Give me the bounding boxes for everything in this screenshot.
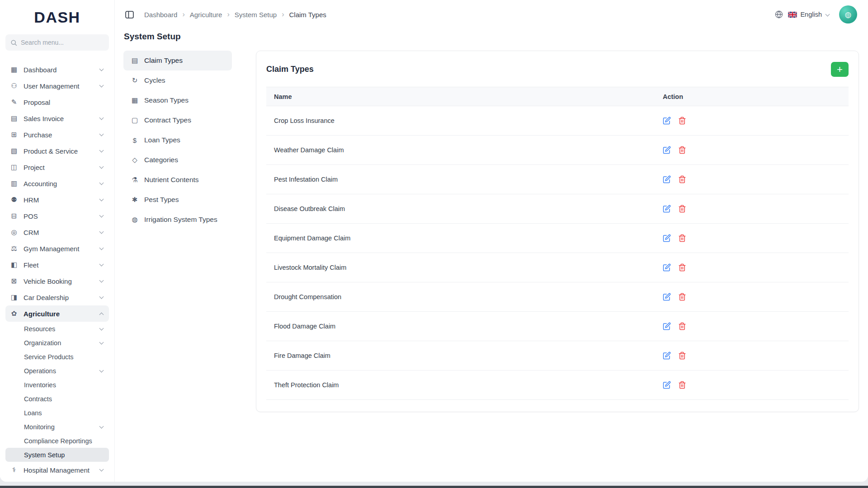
setup-nav-item[interactable]: ▢ Contract Types [123, 110, 232, 130]
edit-button[interactable] [663, 381, 671, 389]
topbar-right: English ◍ [774, 5, 857, 23]
search-input[interactable] [21, 39, 104, 46]
sidebar-subitem[interactable]: Contracts [5, 392, 109, 406]
edit-button[interactable] [663, 117, 671, 125]
setup-nav-item[interactable]: ✱ Pest Types [123, 190, 232, 210]
sidebar-subitem[interactable]: Compliance Reportings [5, 434, 109, 448]
edit-button[interactable] [663, 322, 671, 330]
sidebar-item[interactable]: ⚕ Hospital Management [5, 462, 109, 478]
delete-button[interactable] [678, 352, 686, 360]
edit-button[interactable] [663, 175, 671, 183]
sidebar-item-agriculture[interactable]: ✿ Agriculture [5, 305, 109, 322]
claim-name: Fire Damage Claim [266, 352, 656, 359]
row-actions [656, 146, 849, 154]
sidebar-item[interactable]: ◫ Project [5, 159, 109, 175]
breadcrumb-item[interactable]: Agriculture [190, 11, 222, 19]
claim-name: Weather Damage Claim [266, 146, 656, 154]
chevron-down-icon [99, 278, 104, 283]
language-selector[interactable]: English [788, 11, 829, 18]
setup-nav-item[interactable]: ⚗ Nutrient Contents [123, 170, 232, 190]
delete-button[interactable] [678, 234, 686, 242]
chevron-down-icon [99, 67, 104, 71]
sidebar-subitem[interactable]: Resources [5, 322, 109, 336]
setup-nav-item[interactable]: ◇ Categories [123, 150, 232, 170]
sidebar-item-label: Hospital Management [24, 466, 95, 474]
delete-button[interactable] [678, 175, 686, 183]
sidebar-subitem[interactable]: Operations [5, 364, 109, 378]
delete-button[interactable] [678, 381, 686, 389]
edit-button[interactable] [663, 263, 671, 272]
sidebar-subitem[interactable]: Service Products [5, 350, 109, 364]
breadcrumb-item[interactable]: Dashboard [144, 11, 177, 19]
edit-button[interactable] [663, 352, 671, 360]
setup-nav-item-label: Season Types [144, 96, 189, 104]
setup-nav-item[interactable]: ▦ Season Types [123, 90, 232, 110]
breadcrumb-separator: › [182, 10, 184, 19]
page-title: System Setup [115, 29, 868, 51]
delete-button[interactable] [678, 146, 686, 154]
sidebar-item-label: Accounting [24, 180, 95, 188]
panel-title: Claim Types [266, 65, 314, 74]
sidebar-item[interactable]: ⊞ Purchase [5, 127, 109, 143]
breadcrumb-item[interactable]: Claim Types [289, 11, 326, 19]
sidebar-item-label: Fleet [24, 261, 95, 269]
edit-button[interactable] [663, 205, 671, 213]
edit-button[interactable] [663, 146, 671, 154]
edit-button[interactable] [663, 293, 671, 301]
delete-button[interactable] [678, 117, 686, 125]
sidebar-subitem[interactable]: System Setup [5, 448, 109, 462]
delete-button[interactable] [678, 293, 686, 301]
sidebar-subitem[interactable]: Loans [5, 406, 109, 420]
sidebar-item[interactable]: ◧ Fleet [5, 257, 109, 273]
add-claim-type-button[interactable]: + [831, 62, 849, 77]
sidebar-subitem-label: Contracts [24, 395, 95, 403]
sidebar-item[interactable]: ⚖ Gym Management [5, 240, 109, 257]
claim-name: Livestock Mortality Claim [266, 264, 656, 271]
delete-button[interactable] [678, 205, 686, 213]
chevron-down-icon [99, 246, 104, 250]
row-actions [656, 205, 849, 213]
claim-name: Disease Outbreak Claim [266, 205, 656, 212]
chevron-down-icon [99, 467, 104, 472]
breadcrumb-item[interactable]: System Setup [235, 11, 277, 19]
delete-button[interactable] [678, 322, 686, 330]
setup-nav-item[interactable]: ↻ Cycles [123, 70, 232, 90]
sidebar-item-label: Vehicle Booking [24, 277, 95, 285]
sidebar-item[interactable]: ✂ Beauty Spa [5, 478, 109, 482]
setup-nav-item[interactable]: ▤ Claim Types [123, 51, 232, 70]
sidebar-item[interactable]: ◨ Car Dealership [5, 289, 109, 305]
chevron-up-icon [99, 312, 104, 317]
sidebar-search[interactable] [5, 34, 109, 51]
edit-icon [663, 322, 671, 330]
hospital-management-icon: ⚕ [9, 466, 19, 474]
sidebar-item[interactable]: ▤ Sales Invoice [5, 110, 109, 127]
edit-button[interactable] [663, 234, 671, 242]
sidebar-item[interactable]: ▧ Product & Service [5, 143, 109, 159]
app-logo[interactable]: DASH [5, 0, 109, 34]
sidebar-subitem[interactable]: Organization [5, 336, 109, 350]
setup-nav-item-label: Contract Types [144, 116, 191, 124]
sidebar-item-label: Agriculture [24, 310, 95, 318]
user-avatar[interactable]: ◍ [839, 5, 857, 23]
sidebar-item[interactable]: ⊠ Vehicle Booking [5, 273, 109, 289]
sidebar-toggle-icon[interactable] [125, 10, 134, 19]
trash-icon [678, 234, 686, 242]
sidebar-item-label: Sales Invoice [24, 115, 95, 122]
sidebar-item[interactable]: ▥ Accounting [5, 175, 109, 192]
sidebar-item[interactable]: ⚉ HRM [5, 192, 109, 208]
product-service-icon: ▧ [9, 147, 19, 155]
sidebar-subitem[interactable]: Monitoring [5, 420, 109, 434]
trash-icon [678, 322, 686, 330]
edit-icon [663, 175, 671, 183]
setup-nav-item[interactable]: ◍ Irrigation System Types [123, 210, 232, 230]
trash-icon [678, 146, 686, 154]
sidebar-subitem[interactable]: Inventories [5, 378, 109, 392]
sidebar-item[interactable]: ⊟ POS [5, 208, 109, 224]
delete-button[interactable] [678, 263, 686, 272]
sidebar-item[interactable]: ✎ Proposal [5, 94, 109, 110]
sidebar-item[interactable]: ▦ Dashboard [5, 61, 109, 78]
setup-nav-item[interactable]: $ Loan Types [123, 130, 232, 150]
sidebar-item[interactable]: ⚇ User Management [5, 78, 109, 94]
sidebar-item[interactable]: ◎ CRM [5, 224, 109, 240]
loan-types-icon: $ [130, 136, 139, 144]
